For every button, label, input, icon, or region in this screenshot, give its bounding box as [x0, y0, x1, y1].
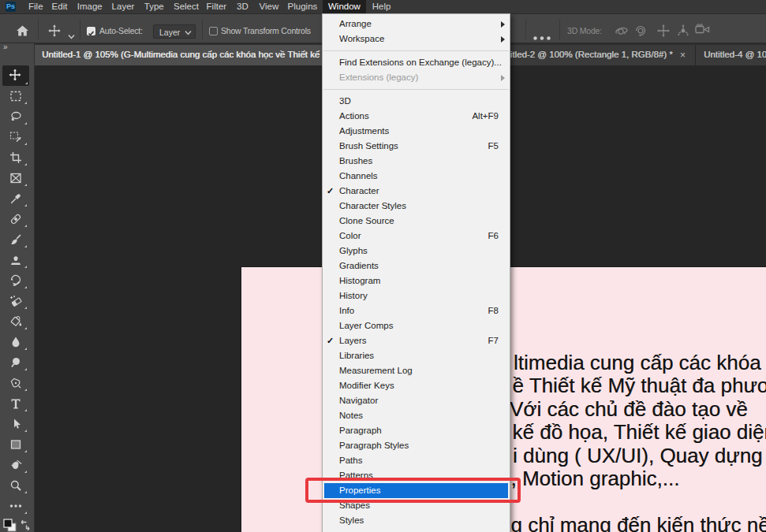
tool-flyout-indicator — [24, 286, 27, 288]
roll-3d-icon[interactable] — [633, 24, 648, 41]
menu-item-label: Brush Settings — [339, 141, 398, 151]
object-selection-tool[interactable] — [3, 128, 28, 147]
menubar-item-plugins[interactable]: Plugins — [283, 0, 323, 13]
blur-tool[interactable] — [3, 333, 28, 352]
collapse-panel-icon[interactable]: » — [3, 43, 8, 51]
menu-item-measurement-log[interactable]: Measurement Log — [323, 363, 510, 378]
camera-3d-icon[interactable] — [695, 24, 711, 38]
submenu-arrow-icon — [501, 36, 505, 43]
menubar-item-file[interactable]: File — [24, 0, 48, 13]
zoom-tool[interactable] — [3, 476, 28, 495]
menubar-item-3d[interactable]: 3D — [232, 0, 253, 13]
tool-flyout-indicator — [24, 225, 27, 227]
dropdown-value: Layer — [159, 28, 180, 37]
menu-item-brushes[interactable]: Brushes — [323, 154, 510, 169]
slide-3d-icon[interactable] — [676, 24, 690, 41]
brush-tool[interactable] — [3, 230, 28, 249]
menu-item-paragraph-styles[interactable]: Paragraph Styles — [323, 438, 510, 453]
pen-tool[interactable] — [3, 374, 28, 392]
menu-item-workspace[interactable]: Workspace — [323, 32, 510, 47]
pan-3d-icon[interactable] — [656, 24, 671, 41]
menubar-item-layer[interactable]: Layer — [107, 0, 140, 13]
menu-item-extensions-legacy[interactable]: Extensions (legacy) — [323, 70, 510, 85]
tab-close-icon[interactable]: × — [680, 50, 686, 60]
menu-item-modifier-keys[interactable]: Modifier Keys — [323, 378, 510, 393]
more-options-icon[interactable] — [533, 29, 551, 43]
auto-select-target-dropdown[interactable]: Layer — [153, 24, 196, 39]
home-icon[interactable] — [16, 24, 29, 40]
menu-item-styles[interactable]: Styles — [323, 513, 510, 528]
menubar-item-window[interactable]: Window — [323, 0, 366, 13]
menu-item-navigator[interactable]: Navigator — [323, 393, 510, 408]
paint-bucket-tool[interactable] — [3, 312, 28, 331]
menu-item-paths[interactable]: Paths — [323, 453, 510, 468]
menubar-item-edit[interactable]: Edit — [47, 0, 73, 13]
rectangular-marquee-tool[interactable] — [3, 87, 28, 106]
chevron-down-icon[interactable] — [68, 28, 75, 43]
menu-item-glyphs[interactable]: Glyphs — [323, 244, 510, 259]
menu-item-paragraph[interactable]: Paragraph — [323, 423, 510, 438]
menu-item-clone-source[interactable]: Clone Source — [323, 214, 510, 229]
move-tool[interactable] — [2, 65, 29, 86]
eyedropper-tool[interactable] — [3, 189, 28, 208]
frame-tool[interactable] — [3, 169, 28, 188]
menu-item-histogram[interactable]: Histogram — [323, 273, 510, 288]
menu-item-history[interactable]: History — [323, 288, 510, 303]
menu-item-layers[interactable]: ✓LayersF7 — [323, 333, 510, 348]
menubar-item-view[interactable]: View — [255, 0, 284, 13]
tool-flyout-indicator — [24, 368, 27, 370]
menu-item-adjustments[interactable]: Adjustments — [323, 124, 510, 139]
menu-item-notes[interactable]: Notes — [323, 408, 510, 423]
menu-bar: Ps FileEditImageLayerTypeSelectFilter3DV… — [0, 0, 766, 13]
swap-colors-icon[interactable] — [21, 520, 29, 530]
type-tool[interactable] — [3, 394, 28, 413]
menubar-item-filter[interactable]: Filter — [202, 0, 232, 13]
orbit-3d-icon[interactable] — [614, 24, 630, 41]
crop-tool[interactable] — [3, 148, 28, 167]
clone-stamp-tool[interactable] — [3, 251, 28, 270]
menubar-item-type[interactable]: Type — [140, 0, 169, 13]
ellipsis-tool[interactable] — [3, 497, 28, 515]
document-tab-3[interactable]: Untitled-4 @ 100% — [696, 45, 766, 65]
menu-item-label: Notes — [339, 411, 363, 420]
auto-select-checkbox[interactable] — [87, 27, 95, 35]
menu-item-color[interactable]: ColorF6 — [323, 229, 510, 244]
menu-item-actions[interactable]: ActionsAlt+F9 — [323, 109, 510, 124]
menu-item-find-extensions-on-exchange-legacy[interactable]: Find Extensions on Exchange (legacy)... — [323, 55, 510, 70]
path-selection-tool[interactable] — [3, 415, 28, 433]
tab-title: Untitled-4 @ 100% — [704, 50, 766, 59]
rectangle-tool[interactable] — [3, 435, 28, 454]
spot-healing-tool[interactable] — [3, 210, 28, 229]
history-brush-tool[interactable] — [3, 271, 28, 290]
menu-item-character[interactable]: ✓Character — [323, 184, 510, 199]
hand-tool[interactable] — [3, 456, 28, 474]
menu-item-layer-comps[interactable]: Layer Comps — [323, 318, 510, 333]
color-swatches[interactable] — [0, 517, 35, 532]
tool-flyout-indicator — [24, 430, 27, 432]
dodge-tool[interactable] — [3, 353, 28, 372]
menu-item-arrange[interactable]: Arrange — [323, 17, 510, 32]
lasso-tool[interactable] — [3, 107, 28, 126]
menubar-item-image[interactable]: Image — [73, 0, 107, 13]
move-tool-option-icon[interactable] — [48, 24, 61, 40]
menu-item-brush-settings[interactable]: Brush SettingsF5 — [323, 139, 510, 154]
menu-item-character-styles[interactable]: Character Styles — [323, 199, 510, 214]
photoshop-logo-icon: Ps — [6, 2, 16, 12]
show-transform-checkbox[interactable] — [209, 27, 218, 35]
menu-item-3d[interactable]: 3D — [323, 94, 510, 109]
document-text-line: g chỉ mang đến kiến thức nền — [511, 515, 766, 532]
submenu-arrow-icon — [501, 75, 505, 81]
menu-item-libraries[interactable]: Libraries — [323, 348, 510, 363]
menu-item-gradients[interactable]: Gradients — [323, 259, 510, 273]
show-transform-label: Show Transform Controls — [221, 26, 311, 35]
menu-item-label: History — [339, 291, 368, 300]
menu-item-label: Layers — [339, 336, 367, 345]
menu-item-info[interactable]: InfoF8 — [323, 303, 510, 318]
eraser-tool[interactable] — [3, 292, 28, 311]
menu-item-swatches[interactable]: Swatches — [323, 528, 510, 532]
menu-item-label: Paths — [339, 456, 362, 465]
foreground-color-swatch[interactable] — [4, 519, 12, 527]
menu-item-channels[interactable]: Channels — [323, 169, 510, 184]
menubar-item-help[interactable]: Help — [368, 0, 396, 13]
menubar-item-select[interactable]: Select — [169, 0, 204, 13]
